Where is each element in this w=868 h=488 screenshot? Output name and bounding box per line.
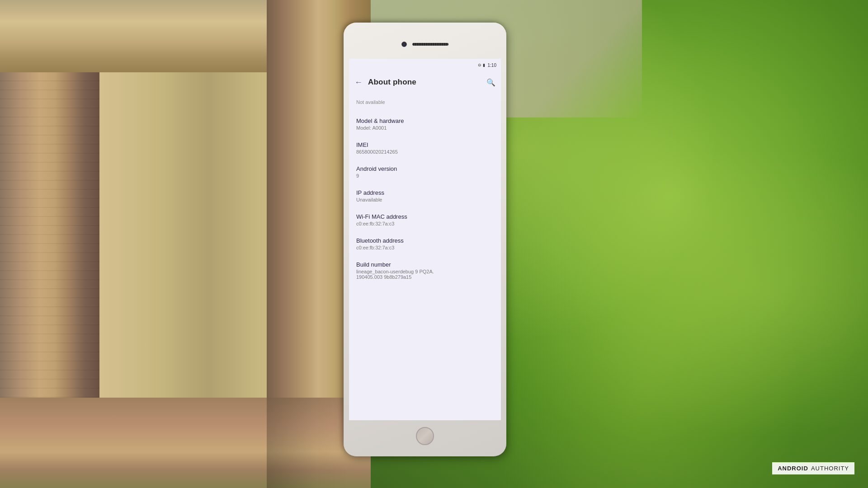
setting-label-ip: IP address	[356, 189, 494, 196]
not-available-label: Not available	[349, 97, 501, 112]
phone: ⊖ ▮ 1:10 ← About phone 🔍 Not available M…	[344, 23, 506, 456]
setting-value-imei: 865800020214265	[356, 149, 494, 155]
watermark: ANDROID AUTHORITY	[772, 462, 854, 474]
setting-android-version[interactable]: Android version 9	[349, 160, 501, 184]
setting-build-number[interactable]: Build number lineage_bacon-userdebug 9 P…	[349, 256, 501, 285]
setting-wifi-mac[interactable]: Wi-Fi MAC address c0:ee:fb:32:7a:c3	[349, 208, 501, 232]
setting-value-wifi-mac: c0:ee:fb:32:7a:c3	[356, 221, 494, 226]
setting-label-imei: IMEI	[356, 141, 494, 148]
toolbar: ← About phone 🔍	[349, 71, 501, 93]
setting-ip-address[interactable]: IP address Unavailable	[349, 184, 501, 208]
setting-value-build: lineage_bacon-userdebug 9 PQ2A.190405.00…	[356, 269, 494, 280]
setting-value-model: Model: A0001	[356, 125, 494, 131]
setting-label-wifi-mac: Wi-Fi MAC address	[356, 213, 494, 220]
setting-label-android-version: Android version	[356, 165, 494, 172]
watermark-android-text: ANDROID	[778, 465, 808, 472]
phone-body: ⊖ ▮ 1:10 ← About phone 🔍 Not available M…	[344, 23, 506, 456]
phone-bottom-area	[380, 427, 470, 445]
setting-value-ip: Unavailable	[356, 197, 494, 202]
page-title: About phone	[368, 78, 481, 87]
status-time: 1:10	[488, 63, 496, 68]
settings-list: Not available Model & hardware Model: A0…	[349, 93, 501, 289]
setting-model-hardware[interactable]: Model & hardware Model: A0001	[349, 112, 501, 136]
signal-icon: ⊖	[478, 63, 481, 67]
home-button[interactable]	[416, 427, 434, 445]
setting-label-build: Build number	[356, 261, 494, 268]
setting-imei[interactable]: IMEI 865800020214265	[349, 136, 501, 160]
phone-screen: ⊖ ▮ 1:10 ← About phone 🔍 Not available M…	[349, 59, 501, 420]
earpiece-speaker	[412, 43, 448, 46]
battery-icon: ▮	[483, 63, 485, 67]
fence-rail-bottom	[0, 398, 371, 488]
back-button[interactable]: ←	[353, 76, 364, 89]
front-camera	[401, 42, 407, 47]
status-bar: ⊖ ▮ 1:10	[349, 59, 501, 71]
setting-label-bluetooth: Bluetooth address	[356, 237, 494, 244]
watermark-authority-text: AUTHORITY	[811, 465, 849, 472]
setting-bluetooth[interactable]: Bluetooth address c0:ee:fb:32:7a:c3	[349, 232, 501, 256]
setting-value-android-version: 9	[356, 173, 494, 178]
status-icons: ⊖ ▮ 1:10	[478, 63, 496, 68]
phone-top-area	[380, 32, 470, 56]
search-icon[interactable]: 🔍	[485, 76, 497, 89]
setting-value-bluetooth: c0:ee:fb:32:7a:c3	[356, 245, 494, 250]
setting-label-model: Model & hardware	[356, 117, 494, 124]
